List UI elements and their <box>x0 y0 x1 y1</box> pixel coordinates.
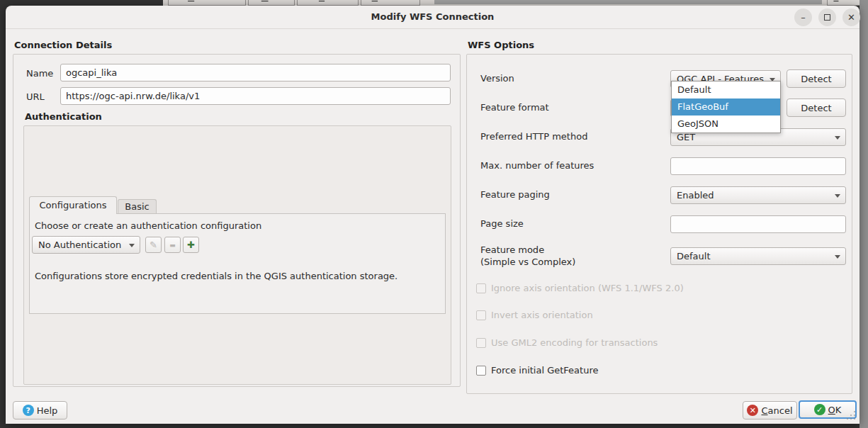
minimize-button[interactable]: – <box>794 9 812 26</box>
auth-storage-note: Configurations store encrypted credentia… <box>35 271 442 281</box>
connect-button[interactable]: Connect <box>168 0 246 6</box>
close-icon: ✕ <box>847 13 855 22</box>
chevron-down-icon <box>835 255 840 259</box>
dropdown-option-default[interactable]: Default <box>672 81 780 98</box>
new-button[interactable]: New <box>248 0 295 6</box>
checkbox-icon <box>476 366 486 376</box>
remove-button[interactable]: Remove <box>361 0 420 6</box>
max-features-input[interactable] <box>670 157 846 175</box>
parent-dialog-strip <box>434 0 822 4</box>
auth-config-select[interactable]: No Authentication <box>32 236 140 254</box>
maximize-icon <box>824 14 830 21</box>
version-label: Version <box>480 73 514 84</box>
pencil-icon: ✎ <box>150 240 157 250</box>
feature-mode-select[interactable]: Default <box>670 247 846 265</box>
load-button[interactable]: Load <box>827 0 862 6</box>
http-method-label: Preferred HTTP method <box>480 131 587 142</box>
detect-version-button[interactable]: Detect <box>787 69 846 88</box>
feature-paging-select-value: Enabled <box>677 190 714 201</box>
remove-auth-config-button: ▬ <box>164 237 181 253</box>
url-input[interactable] <box>60 87 451 105</box>
tab-basic[interactable]: Basic <box>118 199 157 214</box>
maximize-button[interactable] <box>818 9 836 26</box>
version-dropdown-popup: Default FlatGeoBuf GeoJSON <box>671 81 781 133</box>
help-icon: ? <box>23 405 34 416</box>
page-size-label: Page size <box>480 218 524 229</box>
name-input[interactable] <box>60 64 451 81</box>
feature-mode-label-line2: (Simple vs Complex) <box>480 257 575 267</box>
chevron-down-icon <box>835 194 840 198</box>
feature-mode-label-line1: Feature mode <box>480 244 544 255</box>
cancel-icon: ✕ <box>747 405 758 416</box>
url-label: URL <box>26 91 45 102</box>
tab-configurations[interactable]: Configurations <box>29 196 117 214</box>
titlebar[interactable]: Modify WFS Connection – ✕ <box>6 6 859 29</box>
edit-auth-config-button: ✎ <box>145 237 162 253</box>
parent-window-edge <box>859 0 868 428</box>
authentication-title: Authentication <box>25 111 102 122</box>
minus-icon: ▬ <box>169 242 176 249</box>
feature-paging-label: Feature paging <box>480 189 550 200</box>
checkbox-ignore-axis-orientation: Ignore axis orientation (WFS 1.1/WFS 2.0… <box>476 283 684 293</box>
auth-config-select-value: No Authentication <box>38 240 121 250</box>
chevron-down-icon <box>129 244 135 247</box>
feature-mode-select-value: Default <box>677 251 711 261</box>
choose-auth-config-text: Choose or create an authentication confi… <box>35 220 261 231</box>
minimize-icon: – <box>801 13 806 22</box>
checkbox-icon <box>476 338 486 348</box>
checkbox-gml2-encoding: Use GML2 encoding for transactions <box>476 337 658 348</box>
resize-grip[interactable] <box>845 410 855 419</box>
detect-format-button[interactable]: Detect <box>787 98 846 117</box>
name-label: Name <box>26 68 53 79</box>
checkbox-icon <box>476 310 486 320</box>
feature-format-label: Feature format <box>480 102 549 113</box>
edit-button[interactable]: Edit <box>297 0 359 6</box>
add-auth-config-button[interactable]: ✚ <box>183 237 199 253</box>
chevron-down-icon <box>835 136 840 140</box>
checkbox-force-initial-getfeature[interactable]: Force initial GetFeature <box>476 365 598 376</box>
dropdown-option-flatgeobuf[interactable]: FlatGeoBuf <box>672 98 780 116</box>
plus-icon: ✚ <box>187 240 195 250</box>
feature-paging-select[interactable]: Enabled <box>670 186 846 204</box>
tab-configurations-label: Configurations <box>40 200 107 210</box>
dropdown-option-geojson[interactable]: GeoJSON <box>672 116 780 133</box>
http-method-select-value: GET <box>677 132 695 142</box>
wfs-options-title: WFS Options <box>468 40 534 50</box>
max-features-label: Max. number of features <box>480 160 594 171</box>
cancel-button[interactable]: ✕ Cancel <box>743 401 797 419</box>
help-button[interactable]: ? Help <box>13 401 67 419</box>
modify-wfs-connection-dialog: Modify WFS Connection – ✕ Connection Det… <box>6 6 859 424</box>
connection-details-title: Connection Details <box>14 40 112 50</box>
tab-basic-label: Basic <box>125 201 149 212</box>
dialog-title: Modify WFS Connection <box>6 11 859 22</box>
close-button[interactable]: ✕ <box>842 9 860 26</box>
checkbox-icon <box>476 283 486 293</box>
check-icon: ✓ <box>814 404 825 415</box>
checkbox-invert-axis-orientation: Invert axis orientation <box>476 310 593 320</box>
page-size-input[interactable] <box>670 215 846 233</box>
